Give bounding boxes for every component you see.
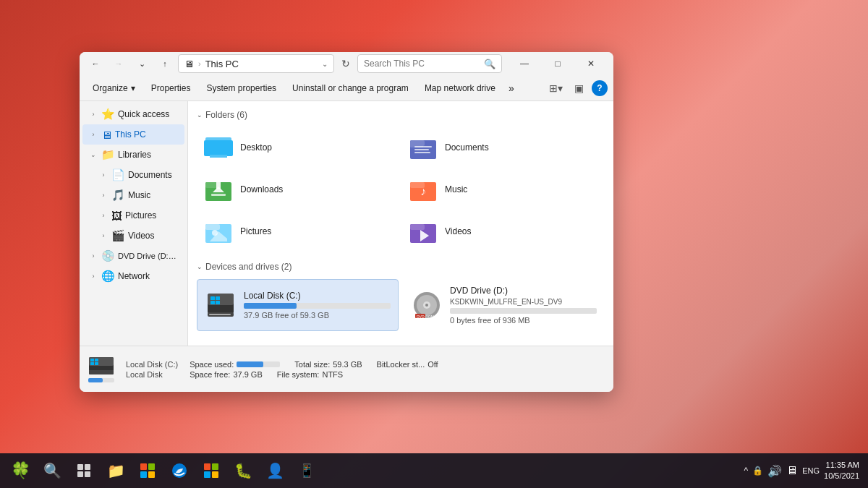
view-options-button[interactable]: ⊞▾ xyxy=(545,78,566,98)
user-icon[interactable]: 👤 xyxy=(260,456,289,485)
bug-icon[interactable]: 🐛 xyxy=(229,456,258,485)
store-button[interactable] xyxy=(133,456,162,485)
folder-downloads[interactable]: Downloads xyxy=(197,169,400,210)
total-size-val: Total size: 59.3 GB xyxy=(294,360,362,369)
local-disk-info: Local Disk (C:) 37.9 GB free of 59.3 GB xyxy=(244,291,391,320)
uninstall-button[interactable]: Uninstall or change a program xyxy=(285,78,416,98)
taskbar-time[interactable]: 11:35 AM 10/5/2021 xyxy=(824,460,859,482)
sidebar-label-videos: Videos xyxy=(128,231,179,241)
svg-rect-48 xyxy=(85,471,90,477)
refresh-button[interactable]: ↻ xyxy=(337,55,354,72)
space-used-bar-fill xyxy=(237,361,263,367)
sidebar-label-pictures: Pictures xyxy=(125,210,179,221)
sidebar-item-this-pc[interactable]: › 🖥 This PC xyxy=(82,124,184,145)
organize-button[interactable]: Organize ▾ xyxy=(85,78,142,98)
recent-button[interactable]: ⌄ xyxy=(132,55,152,72)
drives-grid: Local Disk (C:) 37.9 GB free of 59.3 GB xyxy=(197,279,605,331)
content-area: ⌄ Folders (6) Desktop xyxy=(188,101,613,346)
documents-icon: 📄 xyxy=(111,168,125,181)
folder-videos[interactable]: Videos xyxy=(401,211,605,252)
address-path: This PC xyxy=(205,59,318,69)
dvd-drive-icon: DVD-ROM xyxy=(411,289,443,321)
svg-rect-41 xyxy=(95,359,98,361)
help-button[interactable]: ? xyxy=(592,80,608,96)
folder-desktop[interactable]: Desktop xyxy=(197,127,400,168)
sidebar-item-libraries[interactable]: ⌄ 📁 Libraries xyxy=(82,145,184,165)
status-drive-icon xyxy=(88,356,114,382)
svg-text:♪: ♪ xyxy=(420,185,426,197)
system-properties-button[interactable]: System properties xyxy=(199,78,284,98)
drive-local-c[interactable]: Local Disk (C:) 37.9 GB free of 59.3 GB xyxy=(197,279,399,331)
pictures-icon: 🖼 xyxy=(111,210,122,222)
sidebar-item-documents[interactable]: › 📄 Documents xyxy=(82,165,184,185)
chevron-up-icon[interactable]: ^ xyxy=(744,466,749,476)
map-drive-button[interactable]: Map network drive xyxy=(417,78,503,98)
svg-point-35 xyxy=(425,304,428,307)
folder-documents[interactable]: Documents xyxy=(401,127,605,168)
taskbar-right: ^ 🔒 🔊 🖥 ENG 11:35 AM 10/5/2021 xyxy=(744,460,868,482)
dvd-drive-name: DVD Drive (D:) xyxy=(450,286,597,296)
space-used-bar-bg xyxy=(237,361,280,367)
svg-rect-6 xyxy=(414,146,432,147)
forward-button[interactable]: → xyxy=(109,55,129,72)
up-button[interactable]: ↑ xyxy=(155,55,175,72)
sidebar-item-quick-access[interactable]: › ⭐ Quick access xyxy=(82,104,184,124)
search-box[interactable]: 🔍 xyxy=(357,54,502,73)
dvd-icon: 💿 xyxy=(101,249,115,262)
close-button[interactable]: ✕ xyxy=(574,52,608,75)
folder-pictures[interactable]: Pictures xyxy=(197,211,400,252)
start-button[interactable]: 🍀 xyxy=(6,456,35,485)
address-bar[interactable]: 🖥 › This PC ⌄ xyxy=(178,54,334,73)
sidebar-item-videos[interactable]: › 🎬 Videos xyxy=(82,226,184,246)
minimize-button[interactable]: — xyxy=(508,52,541,75)
videos-folder-icon xyxy=(409,217,438,246)
file-explorer-button[interactable]: 📁 xyxy=(101,456,130,485)
pictures-folder-label: Pictures xyxy=(240,226,271,236)
svg-rect-54 xyxy=(204,463,210,470)
status-bar: Local Disk (C:) Local Disk Space used: T… xyxy=(80,346,613,392)
folder-music[interactable]: ♪ Music xyxy=(401,169,605,210)
expand-icon-libs: ⌄ xyxy=(88,150,98,160)
folders-chevron: ⌄ xyxy=(197,111,203,119)
address-chevron-icon: ⌄ xyxy=(322,60,328,68)
sidebar-label-music: Music xyxy=(128,190,179,200)
monitor-icon[interactable]: 🖥 xyxy=(786,464,798,477)
lang-indicator[interactable]: ENG xyxy=(802,466,820,475)
more-button[interactable]: » xyxy=(504,78,519,98)
date-display: 10/5/2021 xyxy=(824,471,859,481)
search-button[interactable]: 🔍 xyxy=(38,456,67,485)
svg-text:DVD-ROM: DVD-ROM xyxy=(417,314,434,319)
folders-label: Folders (6) xyxy=(205,110,247,120)
sidebar: › ⭐ Quick access › 🖥 This PC ⌄ 📁 Librari… xyxy=(80,101,188,346)
task-view-button[interactable] xyxy=(69,456,98,485)
search-input[interactable] xyxy=(364,59,480,69)
pictures-folder-icon xyxy=(204,217,233,246)
speaker-icon[interactable]: 🔊 xyxy=(767,464,782,478)
maximize-button[interactable]: □ xyxy=(541,52,574,75)
svg-rect-57 xyxy=(212,471,218,478)
sidebar-item-dvd[interactable]: › 💿 DVD Drive (D:) KSDK xyxy=(82,246,184,266)
downloads-folder-icon xyxy=(204,175,233,204)
svg-rect-27 xyxy=(216,296,220,300)
sidebar-label-libraries: Libraries xyxy=(118,150,179,160)
back-button[interactable]: ← xyxy=(85,55,106,72)
taskbar: 🍀 🔍 📁 xyxy=(0,453,868,488)
drive-dvd-d[interactable]: DVD-ROM DVD Drive (D:) KSDKWIN_MULFRE_EN… xyxy=(403,279,605,331)
svg-rect-8 xyxy=(414,152,430,153)
sidebar-item-music[interactable]: › 🎵 Music xyxy=(82,185,184,205)
edge-button[interactable] xyxy=(165,456,194,485)
folders-grid: Desktop Documents xyxy=(197,127,605,252)
svg-rect-5 xyxy=(410,140,425,146)
sidebar-item-network[interactable]: › 🌐 Network xyxy=(82,266,184,286)
pane-button[interactable]: ▣ xyxy=(569,78,589,98)
properties-button[interactable]: Properties xyxy=(144,78,198,98)
sidebar-item-pictures[interactable]: › 🖼 Pictures xyxy=(82,205,184,226)
device-icon[interactable]: 📱 xyxy=(292,456,321,485)
ms-store-button[interactable] xyxy=(197,456,226,485)
window-controls: — □ ✕ xyxy=(508,52,608,75)
svg-rect-52 xyxy=(148,471,155,478)
lock-icon: 🔒 xyxy=(752,466,763,476)
toolbar: Organize ▾ Properties System properties … xyxy=(80,75,613,101)
status-bar-graph-fill xyxy=(88,378,103,382)
svg-rect-31 xyxy=(209,314,231,315)
